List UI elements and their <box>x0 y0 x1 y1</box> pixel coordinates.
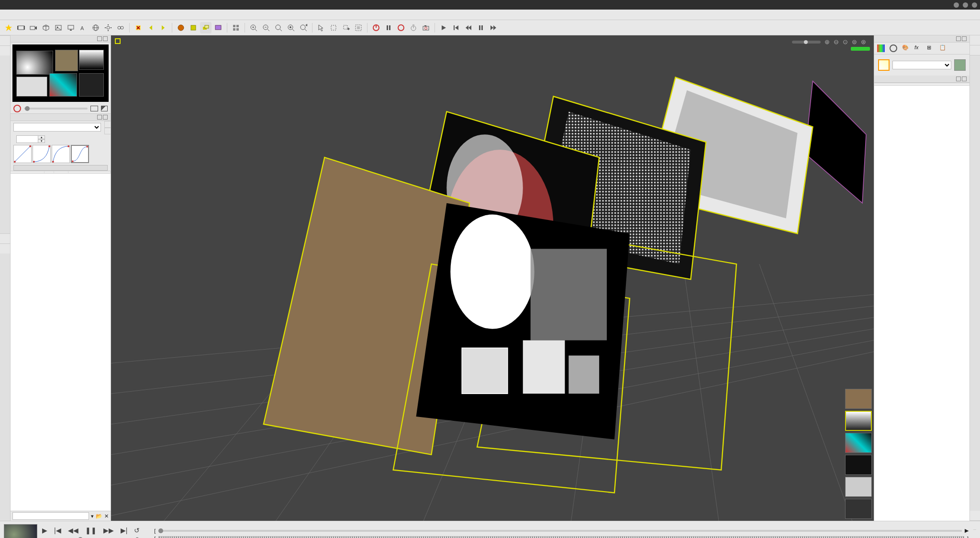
blend-mode-select[interactable] <box>892 61 951 69</box>
session-tab-auto[interactable] <box>104 121 111 128</box>
link-source-icon[interactable] <box>115 22 126 33</box>
forward-icon[interactable] <box>488 22 499 33</box>
select-add-icon[interactable]: + <box>340 22 352 33</box>
tp-skip-fwd-icon[interactable]: ▶| <box>121 527 128 534</box>
mark-out-icon[interactable]: [ <box>154 536 156 538</box>
session-file-list[interactable] <box>11 171 111 511</box>
curve-ease-in-out[interactable] <box>71 145 89 163</box>
spin-up-icon[interactable]: ▴ <box>38 135 45 139</box>
mark-in-icon[interactable]: [ <box>154 528 156 534</box>
main-viewport[interactable]: ⊕ ⊖ ⊙ ⊚ ⊛ <box>111 35 874 521</box>
record-icon[interactable] <box>395 22 407 33</box>
duration-input[interactable] <box>16 135 38 143</box>
prev-icon[interactable] <box>145 22 156 33</box>
mix-fx-icon[interactable]: fx <box>914 44 922 52</box>
col-wh[interactable] <box>54 171 68 174</box>
tp-rewind-icon[interactable]: ◀◀ <box>68 527 78 534</box>
blend-preview-swatch[interactable] <box>878 59 890 71</box>
timeline-slider[interactable] <box>158 530 962 532</box>
close-panel-icon[interactable] <box>103 36 108 41</box>
zoom-sel-icon[interactable]: + <box>298 22 309 33</box>
select-rect-icon[interactable] <box>328 22 339 33</box>
close-session-icon[interactable] <box>103 115 108 120</box>
video-source-icon[interactable] <box>15 22 27 33</box>
curve-scrollbar[interactable] <box>13 165 108 171</box>
curve-ease-in[interactable] <box>33 145 51 163</box>
grid-icon[interactable] <box>230 22 242 33</box>
session-path-input[interactable] <box>12 512 89 520</box>
tab-options[interactable] <box>973 529 976 538</box>
zoom-reset-icon[interactable] <box>285 22 297 33</box>
col-modified[interactable] <box>68 171 111 174</box>
zoom-in-icon[interactable] <box>248 22 259 33</box>
range-bar[interactable] <box>158 536 964 538</box>
layers-3d-view[interactable] <box>111 35 874 521</box>
record-timer-icon[interactable] <box>408 22 419 33</box>
open-folder-icon[interactable]: 📂 <box>96 513 102 519</box>
layer-thumb[interactable] <box>845 499 872 519</box>
play-icon[interactable] <box>438 22 449 33</box>
delete-icon[interactable] <box>133 22 144 33</box>
tab-co[interactable] <box>970 511 980 521</box>
curve-linear[interactable] <box>13 145 32 163</box>
layer-thumb[interactable] <box>845 477 872 497</box>
layer-thumb[interactable] <box>845 433 872 453</box>
preview-fade-slider[interactable] <box>24 108 88 110</box>
tp-pause-icon[interactable]: ❚❚ <box>85 527 97 534</box>
tab-session-switcher[interactable] <box>0 233 10 243</box>
view-layers-icon[interactable] <box>200 22 212 33</box>
gear-source-icon[interactable] <box>102 22 114 33</box>
layer-thumb[interactable] <box>845 389 872 409</box>
tab-cursor[interactable] <box>0 45 10 55</box>
record-pause-icon[interactable] <box>383 22 394 33</box>
zoom-out-icon[interactable] <box>260 22 272 33</box>
session-tab-manual[interactable] <box>104 128 111 134</box>
undock-icon[interactable] <box>97 36 102 41</box>
spin-down-icon[interactable]: ▾ <box>38 139 45 143</box>
tp-skip-back-icon[interactable]: |◀ <box>54 527 61 534</box>
record-power-icon[interactable] <box>370 22 382 33</box>
fullscreen-icon[interactable] <box>101 106 108 111</box>
image-source-icon[interactable] <box>53 22 64 33</box>
preview-power-icon[interactable] <box>13 105 21 112</box>
tab-mixing[interactable] <box>970 35 980 45</box>
minimize-button[interactable] <box>954 2 959 8</box>
close-cs-icon[interactable] <box>962 77 967 81</box>
pause-all-icon[interactable] <box>475 22 487 33</box>
col-property[interactable] <box>874 83 922 86</box>
maximize-button[interactable] <box>963 2 968 8</box>
view-mixing-icon[interactable] <box>175 22 187 33</box>
tp-play-icon[interactable]: ▶ <box>42 527 47 534</box>
camera-source-icon[interactable] <box>28 22 39 33</box>
text-source-icon[interactable]: A <box>78 22 89 33</box>
tab-bloc-note[interactable] <box>0 243 10 253</box>
close-mixing-icon[interactable] <box>962 36 967 41</box>
mark-end-icon[interactable]: ] <box>967 536 969 538</box>
mix-tree-icon[interactable]: ⊞ <box>927 44 935 52</box>
col-value[interactable] <box>922 83 970 86</box>
cube-source-icon[interactable] <box>40 22 52 33</box>
reset-speed-icon[interactable]: ⟳ <box>135 536 140 538</box>
snapshot-icon[interactable] <box>420 22 432 33</box>
undock-cs-icon[interactable] <box>956 77 961 81</box>
next-icon[interactable] <box>157 22 169 33</box>
tp-loop-icon[interactable]: ↺ <box>134 527 140 534</box>
undock-mixing-icon[interactable] <box>956 36 961 41</box>
play-mark-icon[interactable]: ▶ <box>965 527 969 534</box>
select-all-icon[interactable] <box>353 22 364 33</box>
property-table[interactable] <box>874 83 969 521</box>
col-filename[interactable] <box>11 171 44 174</box>
mix-color-icon[interactable]: 🎨 <box>902 44 910 52</box>
view-geometry-icon[interactable] <box>188 22 199 33</box>
view-rendering-icon[interactable] <box>212 22 224 33</box>
undock-session-icon[interactable] <box>97 115 102 120</box>
zoom-fit-icon[interactable] <box>273 22 284 33</box>
rewind-icon[interactable] <box>463 22 474 33</box>
tab-preview[interactable] <box>0 35 10 45</box>
aspect-icon[interactable] <box>90 106 98 111</box>
layer-thumb[interactable] <box>845 411 872 431</box>
clear-path-icon[interactable]: ✕ <box>104 513 109 519</box>
tp-forward-icon[interactable]: ▶▶ <box>103 527 114 534</box>
close-button[interactable] <box>972 2 977 8</box>
cursor-icon[interactable] <box>315 22 327 33</box>
